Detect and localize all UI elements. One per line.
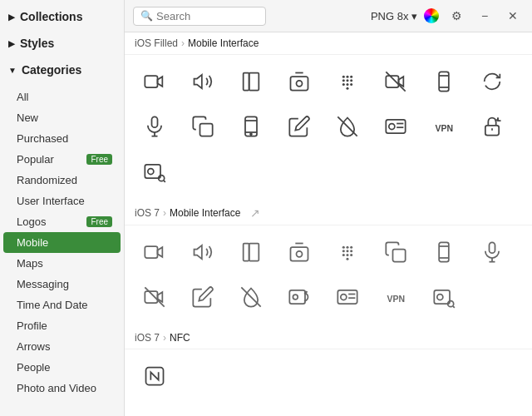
icon-dialpad[interactable] (324, 60, 371, 103)
color-picker-icon[interactable] (424, 8, 439, 23)
svg-point-6 (346, 76, 348, 78)
breadcrumb-right-3: NFC (170, 332, 190, 344)
svg-rect-40 (244, 244, 249, 261)
icon-no-video-outline[interactable] (131, 275, 178, 319)
sidebar-item-logos[interactable]: LogosFree (0, 211, 124, 232)
icon-search-contact[interactable] (131, 150, 178, 193)
icon-edit[interactable] (276, 105, 323, 148)
icon-microphone-outline[interactable] (469, 230, 515, 274)
icon-grid-2: VPN (125, 225, 532, 324)
icon-vpn-outline[interactable]: VPN (372, 275, 419, 319)
svg-line-38 (164, 181, 165, 182)
icon-phone[interactable] (421, 60, 467, 103)
sidebar-styles-label: Styles (20, 37, 54, 50)
breadcrumb-left-2: iOS 7 (135, 207, 160, 219)
icon-lock-refresh[interactable] (469, 105, 515, 148)
section-header-ios7: iOS 7 › Mobile Interface ↗ (125, 201, 532, 225)
sidebar-categories-label: Categories (22, 63, 81, 77)
svg-rect-3 (291, 77, 308, 90)
svg-point-27 (250, 133, 252, 135)
breadcrumb-left-1: iOS Filled (135, 37, 178, 49)
icon-record-outline[interactable] (276, 230, 323, 274)
breadcrumb-sep-1: › (181, 37, 185, 49)
sidebar-item-randomized[interactable]: Randomized (0, 170, 124, 191)
sidebar-item-new[interactable]: New (0, 107, 124, 128)
sidebar-item-popular[interactable]: PopularFree (0, 149, 124, 170)
sidebar-item-label: Messaging (17, 278, 69, 290)
content-area: iOS Filled › Mobile Interface VPN iOS 7 … (125, 32, 532, 416)
svg-point-11 (342, 83, 345, 86)
sidebar-item-all[interactable]: All (0, 87, 124, 107)
icon-video-camera-outline[interactable] (131, 230, 178, 274)
svg-rect-17 (439, 72, 449, 91)
breadcrumb-sep-3: › (163, 332, 166, 344)
sidebar-categories-header[interactable]: ▼ Categories (0, 57, 124, 83)
chevron-right-icon: ▶ (8, 12, 15, 22)
svg-point-44 (342, 246, 345, 249)
sidebar-item-arrows[interactable]: Arrows (0, 336, 124, 357)
icon-record[interactable] (276, 60, 323, 103)
icon-volume-outline[interactable] (180, 230, 226, 274)
icon-mobile[interactable] (228, 105, 274, 148)
sidebar-item-profile[interactable]: Profile (0, 315, 124, 336)
svg-rect-55 (439, 242, 449, 261)
icon-search-contact-outline[interactable] (421, 275, 467, 319)
format-label[interactable]: PNG 8x ▾ (371, 10, 417, 22)
icon-edit-outline[interactable] (180, 275, 226, 319)
icon-contact-card-outline[interactable] (324, 275, 371, 319)
svg-point-4 (297, 81, 303, 87)
icon-no-video[interactable] (372, 60, 419, 103)
sidebar-item-photo-and-video[interactable]: Photo and Video (0, 378, 124, 399)
sidebar-item-user-interface[interactable]: User Interface (0, 191, 124, 211)
svg-point-65 (293, 295, 298, 300)
icon-volume[interactable] (180, 60, 226, 103)
close-button[interactable]: ✕ (502, 5, 524, 27)
icon-copy[interactable] (180, 105, 226, 148)
icon-no-water[interactable] (324, 105, 371, 148)
icon-book[interactable] (228, 60, 274, 103)
sidebar-item-purchased[interactable]: Purchased (0, 128, 124, 149)
icon-refresh-contact-outline[interactable] (276, 275, 323, 319)
search-input[interactable] (156, 10, 259, 22)
breadcrumb-sep-2: › (163, 207, 166, 219)
sidebar-item-label: Arrows (17, 340, 50, 353)
icon-vpn[interactable]: VPN (421, 105, 467, 148)
section-ios-filled: iOS Filled › Mobile Interface VPN (125, 32, 532, 198)
svg-point-46 (350, 246, 352, 249)
icon-copy-outline[interactable] (372, 230, 419, 274)
sidebar-item-maps[interactable]: Maps (0, 253, 124, 274)
icon-no-water-outline[interactable] (228, 275, 274, 319)
sidebar-item-messaging[interactable]: Messaging (0, 274, 124, 295)
icon-microphone[interactable] (131, 105, 178, 148)
section-header-ios-filled: iOS Filled › Mobile Interface (125, 32, 532, 55)
search-box[interactable]: 🔍 (133, 7, 266, 26)
sidebar-item-label: Popular (17, 153, 54, 166)
icon-contact-card[interactable] (372, 105, 419, 148)
svg-rect-0 (145, 76, 157, 87)
settings-button[interactable]: ⚙ (446, 5, 467, 27)
svg-point-36 (148, 169, 154, 175)
icon-video-camera[interactable] (131, 60, 178, 103)
sidebar-item-time-and-date[interactable]: Time And Date (0, 295, 124, 315)
svg-point-9 (346, 79, 348, 82)
sidebar-item-people[interactable]: People (0, 357, 124, 378)
svg-rect-58 (490, 242, 495, 253)
svg-point-12 (346, 83, 348, 86)
svg-point-49 (350, 250, 352, 252)
badge-logos: Free (86, 216, 112, 227)
svg-point-13 (350, 83, 352, 86)
icon-nfc[interactable] (131, 354, 178, 398)
icon-refresh[interactable] (469, 60, 515, 103)
sidebar-item-mobile[interactable]: Mobile (3, 232, 121, 253)
chevron-down-icon: ▼ (8, 66, 17, 75)
sidebar-styles-header[interactable]: ▶ Styles (0, 30, 124, 57)
icon-book-outline[interactable] (228, 230, 274, 274)
section-header-nfc: iOS 7 › NFC (125, 327, 532, 349)
sidebar-collections-header[interactable]: ▶ Collections (0, 3, 124, 30)
svg-rect-42 (291, 247, 308, 260)
icon-dialpad-outline[interactable] (324, 230, 371, 274)
icon-phone-outline[interactable] (421, 230, 467, 274)
minimize-button[interactable]: − (474, 5, 495, 27)
svg-point-72 (437, 295, 443, 300)
section-ios7-nfc: iOS 7 › NFC (125, 327, 532, 403)
